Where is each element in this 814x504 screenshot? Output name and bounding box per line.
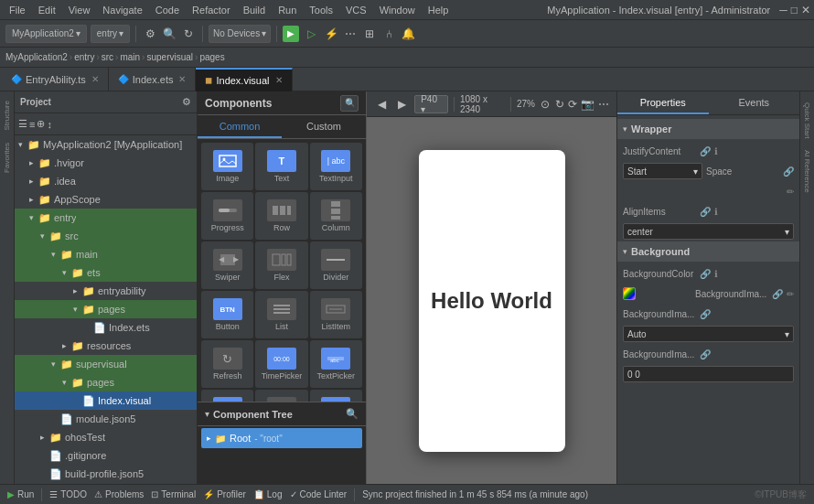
settings-icon[interactable]: ⚙ [142, 26, 158, 42]
tab-close-3[interactable]: ✕ [275, 75, 283, 85]
preview-more-icon[interactable]: ⋯ [598, 98, 609, 111]
tree-src[interactable]: ▾ 📁 src [15, 227, 197, 245]
notification-icon[interactable]: 🔔 [400, 26, 416, 42]
comp-list[interactable]: List [255, 291, 307, 338]
comp-listitem[interactable]: ListItem [310, 291, 362, 338]
bg-image-link-icon[interactable]: 🔗 [772, 289, 783, 299]
sidebar-sync-icon[interactable]: ↕ [47, 119, 52, 130]
align-items-dropdown[interactable]: center ▾ [623, 223, 794, 240]
comp-swiper[interactable]: ◀▶ Swiper [201, 241, 253, 289]
comp-refresh[interactable]: ↻ Refresh [201, 340, 253, 388]
menu-vcs[interactable]: VCS [340, 0, 372, 20]
comp-tab-custom[interactable]: Custom [282, 115, 366, 138]
bg-image-edit-icon[interactable]: ✏ [787, 289, 794, 299]
breadcrumb-item-3[interactable]: src [102, 52, 113, 62]
comp-button[interactable]: BTN Button [201, 291, 253, 338]
project-dropdown[interactable]: MyApplication2 ▾ [5, 25, 87, 43]
comp-textpicker[interactable]: abc TextPicker [310, 340, 362, 388]
menu-file[interactable]: File [4, 0, 31, 20]
tree-gitignore-1[interactable]: ▸ 📄 .gitignore [15, 446, 197, 465]
bg-image3-link-icon[interactable]: 🔗 [700, 349, 711, 359]
comp-toggle[interactable]: Toggle [255, 390, 307, 402]
menu-tools[interactable]: Tools [304, 0, 338, 20]
props-tab-properties[interactable]: Properties [617, 91, 709, 114]
tree-supervisual[interactable]: ▾ 📁 supervisual [15, 355, 197, 373]
bg-image2-dropdown[interactable]: Auto ▾ [623, 326, 794, 342]
comp-row[interactable]: Row [255, 192, 307, 240]
comp-tab-common[interactable]: Common [198, 115, 282, 138]
tree-build-profile[interactable]: ▸ 📄 build-profile.json5 [15, 465, 197, 483]
justify-content-dropdown[interactable]: Start ▾ [623, 163, 702, 179]
justify-link-icon[interactable]: 🔗 [700, 146, 711, 156]
justify-info-icon[interactable]: ℹ [714, 146, 718, 156]
bg-color-info-icon[interactable]: ℹ [714, 269, 718, 279]
bg-color-link-icon[interactable]: 🔗 [700, 269, 711, 279]
no-devices-dropdown[interactable]: No Devices ▾ [209, 25, 271, 43]
favorites-tab[interactable]: Favorites [1, 137, 13, 178]
tab-index-visual[interactable]: ◼ Index.visual ✕ [196, 68, 292, 91]
breadcrumb-item-1[interactable]: MyApplication2 [5, 52, 68, 62]
git-icon[interactable]: ⑃ [380, 26, 397, 42]
tree-module-json[interactable]: ▸ 📄 module.json5 [15, 410, 197, 428]
menu-code[interactable]: Code [150, 0, 185, 20]
bg-color-swatch[interactable] [623, 287, 636, 300]
close-icon[interactable]: ✕ [801, 4, 810, 16]
tree-root[interactable]: ▾ 📁 MyApplication2 [MyApplication] [15, 135, 197, 154]
menu-window[interactable]: Window [374, 0, 421, 20]
search-icon[interactable]: 🔍 [161, 26, 177, 42]
tree-main[interactable]: ▾ 📁 main [15, 245, 197, 263]
comp-tree-search-icon[interactable]: 🔍 [346, 408, 359, 420]
comp-datepicker[interactable]: 28 DatePicker [201, 390, 253, 402]
tab-index-ets[interactable]: 🔷 Index.ets ✕ [109, 68, 197, 91]
sidebar-plus-icon[interactable]: ⊕ [37, 118, 45, 130]
breadcrumb-item-6[interactable]: pages [199, 52, 224, 62]
tree-index-ets[interactable]: ▸ 📄 Index.ets [15, 318, 197, 337]
breadcrumb-item-2[interactable]: entry [74, 52, 94, 62]
bg-image2-link-icon[interactable]: 🔗 [700, 309, 711, 319]
tree-resources[interactable]: ▸ 📁 resources [15, 337, 197, 355]
preview-screenshot-icon[interactable]: 📷 [581, 98, 594, 111]
comp-flex[interactable]: Flex [255, 241, 307, 289]
tree-pages-ets[interactable]: ▾ 📁 pages [15, 300, 197, 318]
tree-hvigor[interactable]: ▸ 📁 .hvigor [15, 154, 197, 172]
comp-timepicker[interactable]: 00:00 TimePicker [255, 340, 307, 388]
minimize-icon[interactable]: ─ [779, 4, 787, 16]
wrapper-section-header[interactable]: ▾ Wrapper [617, 119, 799, 139]
log-status-btn[interactable]: 📋 Log [253, 489, 283, 499]
preview-forward-btn[interactable]: ▶ [394, 96, 409, 113]
comp-divider[interactable]: Divider [310, 241, 362, 289]
comp-image[interactable]: Image [201, 143, 253, 190]
comp-select[interactable]: ▾ Select [310, 390, 362, 402]
comp-tree-collapse-icon[interactable]: ▾ [205, 409, 209, 419]
space-link-icon[interactable]: 🔗 [783, 166, 794, 177]
tree-ets[interactable]: ▾ 📁 ets [15, 263, 197, 282]
tree-appscope[interactable]: ▸ 📁 AppScope [15, 190, 197, 209]
menu-view[interactable]: View [63, 0, 96, 20]
preview-rotate-icon[interactable]: ⟳ [568, 98, 577, 111]
tree-entryability[interactable]: ▸ 📁 entryability [15, 282, 197, 300]
code-linter-status-btn[interactable]: ✓ Code Linter [290, 489, 348, 499]
maximize-icon[interactable]: □ [791, 4, 798, 16]
tree-ohostest[interactable]: ▸ 📁 ohosTest [15, 428, 197, 446]
todo-status-btn[interactable]: ☰ TODO [49, 489, 87, 499]
menu-help[interactable]: Help [423, 0, 455, 20]
menu-refactor[interactable]: Refactor [187, 0, 236, 20]
profile-icon[interactable]: ⚡ [323, 26, 339, 42]
menu-navigate[interactable]: Navigate [97, 0, 147, 20]
more-icon[interactable]: ⋯ [342, 26, 359, 42]
background-section-header[interactable]: ▾ Background [617, 241, 799, 262]
menu-build[interactable]: Build [238, 0, 271, 20]
structure-tab[interactable]: Structure [1, 95, 13, 135]
problems-status-btn[interactable]: ⚠ Problems [94, 489, 144, 499]
entry-dropdown[interactable]: entry ▾ [91, 25, 130, 43]
tab-entry-ability[interactable]: 🔷 EntryAbility.ts ✕ [2, 68, 109, 91]
space-edit-icon[interactable]: ✏ [787, 187, 794, 197]
run-button[interactable]: ▶ [283, 26, 299, 42]
sidebar-filter-icon[interactable]: ≡ [29, 119, 35, 130]
sidebar-settings-icon[interactable]: ⚙ [182, 96, 191, 108]
tree-entry[interactable]: ▾ 📁 entry [15, 209, 197, 227]
profiler-status-btn[interactable]: ⚡ Profiler [203, 489, 246, 499]
comp-textinput[interactable]: | abc TextInput [310, 143, 362, 190]
preview-device-selector[interactable]: P40 ▾ [414, 95, 448, 113]
tab-close-2[interactable]: ✕ [178, 74, 186, 84]
